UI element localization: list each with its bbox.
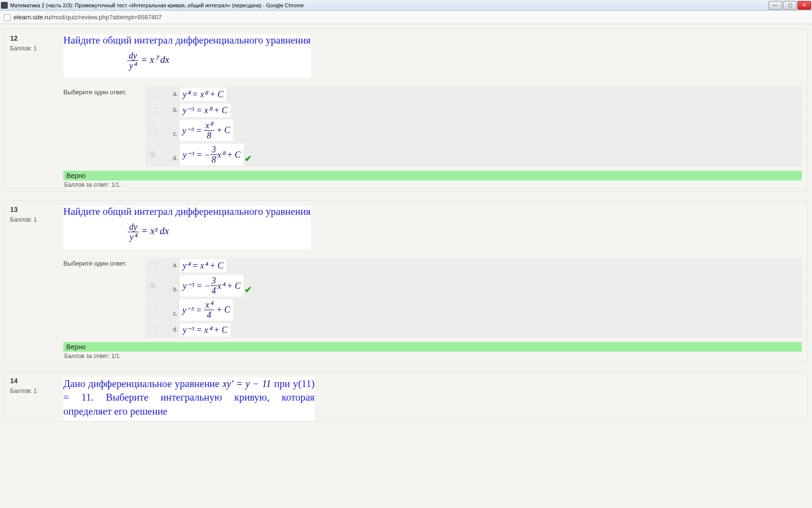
radio-d[interactable]: [149, 327, 156, 333]
close-button[interactable]: ✕: [798, 1, 811, 10]
answer-option-b[interactable]: b. y⁻³ = − 34 x⁴ + C ✔: [145, 274, 802, 298]
answer-option-b[interactable]: b. y⁻³ = x⁸ + C: [145, 103, 802, 119]
page-icon: [4, 14, 11, 21]
answer-letter: a.: [173, 262, 178, 272]
correct-check-icon: ✔: [245, 284, 252, 297]
verdict: Верно: [63, 342, 802, 352]
answer-option-d[interactable]: d. y⁻³ = x⁴ + C: [145, 322, 802, 338]
question-equation: dyy⁴ = x⁷ dx: [127, 54, 169, 65]
answer-formula: y⁻³ = − 34 x⁴ + C: [180, 275, 244, 297]
score-line: Баллов за ответ: 1/1.: [63, 180, 802, 191]
answer-option-c[interactable]: c. y⁻³ = x⁸8 + C: [145, 119, 802, 143]
answers-list: a. y⁴ = x⁴ + C b. y⁻³ = − 34 x⁴ + C ✔: [145, 258, 802, 338]
radio-c[interactable]: [149, 307, 156, 313]
minimize-button[interactable]: —: [768, 1, 782, 10]
answer-formula: y⁻³ = x⁴4 + C: [179, 299, 233, 321]
answer-letter: d.: [173, 326, 178, 337]
radio-a[interactable]: [149, 91, 156, 98]
question-prompt: Дано дифференциальное уравнение xy′ = y …: [63, 377, 315, 418]
question-prompt: Найдите общий интеграл дифференциального…: [63, 34, 311, 46]
answer-formula: y⁻³ = x⁸ + C: [180, 104, 231, 117]
answers-list: a. y⁴ = x⁸ + C b. y⁻³ = x⁸ + C c.: [145, 87, 802, 167]
answer-letter: c.: [173, 131, 177, 141]
radio-c[interactable]: [149, 127, 156, 134]
question-equation: dyy⁴ = x³ dx: [128, 225, 169, 236]
answer-option-c[interactable]: c. y⁻³ = x⁴4 + C: [145, 298, 802, 322]
choose-one-label: Выберите один ответ.: [63, 258, 145, 338]
answer-formula: y⁻³ = x⁸8 + C: [179, 120, 233, 141]
window-title: Математика 2 (часть 2/3): Промежуточный …: [10, 2, 768, 8]
answer-formula: y⁻³ = x⁴ + C: [180, 323, 231, 337]
answer-letter: b.: [173, 106, 178, 117]
question-text: Найдите общий интеграл дифференциального…: [63, 206, 311, 249]
verdict: Верно: [63, 171, 802, 180]
url-domain: elearn.sde.ru: [14, 14, 50, 21]
question-block-12: 12 Баллов: 1 Найдите общий интеграл дифф…: [5, 29, 807, 192]
answer-option-a[interactable]: a. y⁴ = x⁴ + C: [145, 258, 802, 274]
score-line: Баллов за ответ: 1/1.: [63, 352, 802, 362]
question-block-14: 14 Баллов: 1 Дано дифференциальное уравн…: [5, 372, 807, 421]
favicon: [1, 2, 8, 9]
answer-letter: c.: [173, 310, 177, 321]
question-points: Баллов: 1: [10, 45, 63, 52]
radio-d[interactable]: [149, 151, 156, 158]
question-number: 14: [10, 377, 63, 385]
answer-formula: y⁻³ = − 38 x⁸ + C: [180, 144, 244, 165]
question-text: Дано дифференциальное уравнение xy′ = y …: [63, 377, 315, 421]
choose-one-label: Выберите один ответ.: [63, 87, 145, 167]
maximize-button[interactable]: ▢: [783, 1, 797, 10]
window-titlebar: Математика 2 (часть 2/3): Промежуточный …: [0, 0, 812, 11]
answer-option-a[interactable]: a. y⁴ = x⁸ + C: [145, 87, 802, 103]
question-block-13: 13 Баллов: 1 Найдите общий интеграл дифф…: [5, 200, 807, 363]
question-points: Баллов: 1: [10, 216, 63, 223]
answer-letter: b.: [173, 286, 178, 297]
question-text: Найдите общий интеграл дифференциального…: [63, 34, 311, 78]
answer-letter: d.: [173, 155, 178, 165]
radio-b[interactable]: [149, 107, 156, 114]
question-number: 12: [10, 34, 63, 42]
url-path: /mod/quiz/review.php?attempt=9587407: [50, 14, 162, 21]
answer-formula: y⁴ = x⁴ + C: [180, 259, 226, 272]
address-bar[interactable]: elearn.sde.ru/mod/quiz/review.php?attemp…: [0, 11, 812, 24]
window-buttons: — ▢ ✕: [768, 1, 811, 10]
question-prompt: Найдите общий интеграл дифференциального…: [63, 206, 311, 218]
correct-check-icon: ✔: [245, 153, 252, 165]
radio-a[interactable]: [149, 263, 156, 269]
question-points: Баллов: 1: [10, 388, 63, 394]
radio-b[interactable]: [149, 283, 156, 289]
question-number: 13: [10, 206, 63, 213]
answer-option-d[interactable]: d. y⁻³ = − 38 x⁸ + C ✔: [145, 143, 802, 167]
page-viewport[interactable]: 12 Баллов: 1 Найдите общий интеграл дифф…: [0, 24, 812, 508]
answer-formula: y⁴ = x⁸ + C: [180, 88, 226, 101]
answer-letter: a.: [173, 90, 178, 101]
